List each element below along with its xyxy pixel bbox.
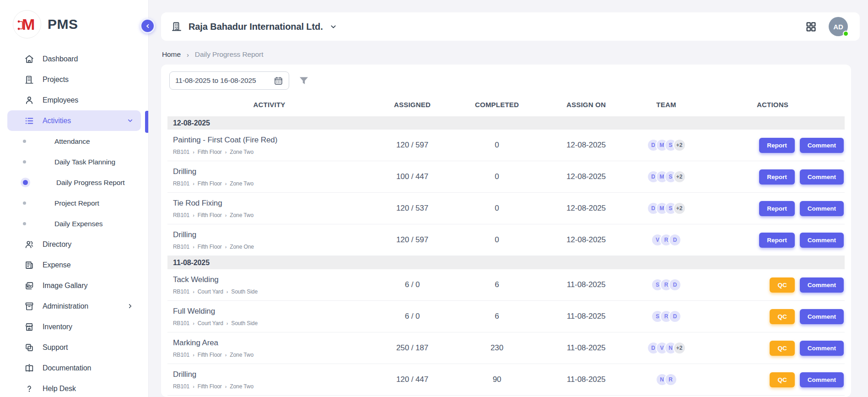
comment-button[interactable]: Comment xyxy=(800,201,844,216)
actions-cell: QCComment xyxy=(701,309,845,324)
user-menu-button[interactable]: AD xyxy=(829,17,848,36)
sidebar-item-daily-progress-report[interactable]: Daily Progress Report xyxy=(0,172,148,193)
actions-cell: QCComment xyxy=(701,341,845,356)
activity-title: Full Welding xyxy=(173,307,371,316)
actions-cell: QCComment xyxy=(701,277,845,293)
team-member-chip[interactable]: D xyxy=(669,234,681,246)
activity-title: Marking Area xyxy=(173,338,371,348)
logo[interactable]: M PMS xyxy=(0,0,148,45)
team-more-chip[interactable]: +2 xyxy=(673,202,686,215)
sidebar-item-directory[interactable]: Directory xyxy=(7,234,141,255)
qc-button[interactable]: QC xyxy=(770,277,794,293)
assigned-value: 6 / 0 xyxy=(371,312,453,321)
team-more-chip[interactable]: +2 xyxy=(673,139,686,152)
sidebar-item-label: Projects xyxy=(43,76,69,84)
sidebar-item-inventory[interactable]: Inventory xyxy=(7,316,141,337)
sidebar-item-projects[interactable]: Projects xyxy=(7,69,141,90)
comment-button[interactable]: Comment xyxy=(800,309,844,324)
completed-value: 0 xyxy=(453,204,540,213)
comment-button[interactable]: Comment xyxy=(800,233,844,248)
bullet-icon xyxy=(23,222,26,225)
assigned-value: 100 / 447 xyxy=(371,172,453,181)
store-icon xyxy=(24,321,35,332)
table-row: Full Welding RB101›Court Yard›South Side… xyxy=(167,301,845,332)
sidebar-item-support[interactable]: Support xyxy=(7,337,141,358)
team-avatars: DMS+2 xyxy=(647,139,686,152)
activity-title: Tie Rod Fixing xyxy=(173,199,371,208)
bullet-icon xyxy=(23,160,26,163)
path-segment: RB101 xyxy=(173,244,189,250)
qc-button[interactable]: QC xyxy=(770,309,794,324)
sidebar-item-dashboard[interactable]: Dashboard xyxy=(7,49,141,69)
sidebar-item-label: Image Gallary xyxy=(43,282,87,290)
table-row: Drilling RB101›Fifth Floor›Zone Two 120 … xyxy=(167,364,845,396)
column-header-team: TEAM xyxy=(632,101,701,109)
path-segment: Zone Two xyxy=(230,352,253,358)
comment-button[interactable]: Comment xyxy=(800,372,844,387)
chevron-right-icon: › xyxy=(187,51,189,59)
sidebar-item-expense[interactable]: Expense xyxy=(7,255,141,275)
sidebar-active-accent xyxy=(145,111,148,133)
chevron-down-icon xyxy=(329,23,337,31)
team-cell: DVN+2 xyxy=(632,342,701,354)
activity-title: Drilling xyxy=(173,167,371,176)
team-member-chip[interactable]: D xyxy=(669,310,681,323)
sidebar-collapse-button[interactable] xyxy=(140,18,155,33)
actions-cell: ReportComment xyxy=(701,201,845,216)
sidebar-item-help-desk[interactable]: Help Desk xyxy=(7,378,141,397)
report-button[interactable]: Report xyxy=(759,201,795,216)
report-button[interactable]: Report xyxy=(759,169,795,185)
sidebar-item-label: Daily Expenses xyxy=(40,220,102,228)
apps-grid-button[interactable] xyxy=(805,21,817,33)
chevron-right-icon: › xyxy=(193,289,194,294)
team-avatars: NR xyxy=(656,373,677,386)
sidebar-item-employees[interactable]: Employees xyxy=(7,90,141,110)
activity-title: Drilling xyxy=(173,370,371,379)
sidebar-item-attendance[interactable]: Attendance xyxy=(0,131,148,152)
sidebar-item-documentation[interactable]: Documentation xyxy=(7,358,141,378)
column-header-actions: ACTIONS xyxy=(701,101,845,109)
qc-button[interactable]: QC xyxy=(770,372,794,387)
date-range-value: 11-08-2025 to 16-08-2025 xyxy=(175,76,256,85)
activity-location-path: RB101›Court Yard›South Side xyxy=(173,320,371,326)
building-icon xyxy=(24,74,35,85)
comment-button[interactable]: Comment xyxy=(800,169,844,185)
sidebar-item-daily-expenses[interactable]: Daily Expenses xyxy=(0,213,148,234)
comment-button[interactable]: Comment xyxy=(800,138,844,153)
sidebar-item-administration[interactable]: Administration xyxy=(7,296,141,316)
sidebar-item-image-gallary[interactable]: Image Gallary xyxy=(7,275,141,296)
chevron-right-icon: › xyxy=(225,384,227,389)
breadcrumb: Home › Daily Progress Report xyxy=(162,50,868,59)
report-button[interactable]: Report xyxy=(759,233,795,248)
sidebar-item-project-report[interactable]: Project Report xyxy=(0,193,148,213)
breadcrumb-current: Daily Progress Report xyxy=(195,50,264,59)
team-more-chip[interactable]: +2 xyxy=(673,342,686,354)
filter-row: 11-08-2025 to 16-08-2025 xyxy=(167,71,845,90)
team-member-chip[interactable]: R xyxy=(664,373,677,386)
chevron-right-icon xyxy=(127,303,134,310)
chevron-right-icon: › xyxy=(225,149,227,155)
sidebar-item-activities[interactable]: Activities xyxy=(7,110,141,131)
main-area: Raja Bahadur International Ltd. AD xyxy=(149,0,868,397)
breadcrumb-home-link[interactable]: Home xyxy=(162,50,181,59)
report-button[interactable]: Report xyxy=(759,138,795,153)
comment-button[interactable]: Comment xyxy=(800,277,844,293)
table-row: Marking Area RB101›Fifth Floor›Zone Two … xyxy=(167,332,845,364)
company-selector[interactable]: Raja Bahadur International Ltd. xyxy=(171,21,337,32)
list-icon xyxy=(24,115,35,126)
date-range-input[interactable]: 11-08-2025 to 16-08-2025 xyxy=(169,71,289,90)
filter-button[interactable] xyxy=(298,75,309,86)
sidebar-item-daily-task-planning[interactable]: Daily Task Planning xyxy=(0,152,148,172)
table-row: Tack Welding RB101›Court Yard›South Side… xyxy=(167,269,845,301)
chevron-right-icon: › xyxy=(226,289,228,294)
team-member-chip[interactable]: D xyxy=(669,278,681,291)
assign-on-date: 11-08-2025 xyxy=(540,343,632,353)
team-avatars: SRD xyxy=(651,310,681,323)
activity-title: Tack Welding xyxy=(173,275,371,284)
qc-button[interactable]: QC xyxy=(770,341,794,356)
report-card: 11-08-2025 to 16-08-2025 ACTIVITYASSIGNE… xyxy=(161,65,851,397)
comment-button[interactable]: Comment xyxy=(800,341,844,356)
team-more-chip[interactable]: +2 xyxy=(673,170,686,183)
activity-cell: Marking Area RB101›Fifth Floor›Zone Two xyxy=(167,338,371,358)
assigned-value: 120 / 597 xyxy=(371,235,453,245)
